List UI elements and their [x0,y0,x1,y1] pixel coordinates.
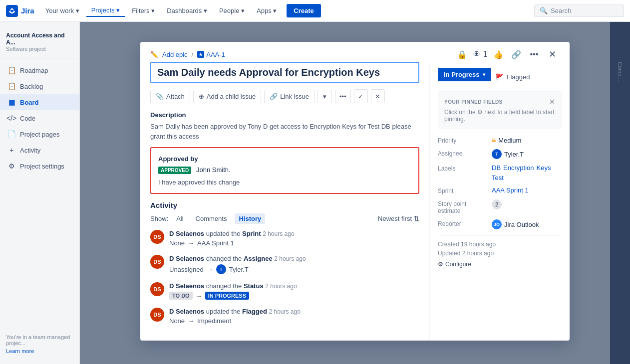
close-button[interactable]: ✕ [545,47,560,62]
filter-history-button[interactable]: History [235,213,265,224]
link-icon: 🔗 [270,93,278,100]
sidebar-label-backlog: Backlog [20,83,43,90]
add-child-issue-button[interactable]: ⊕ Add a child issue [193,90,261,103]
pinned-close-button[interactable]: ✕ [549,98,555,106]
activity-content-1: D Selaenos updated the Sprint 2 hours ag… [169,230,419,247]
sidebar-label-board: Board [20,99,39,106]
activity-avatar-1: DS [150,230,164,244]
sort-button[interactable]: Newest first ⇅ [378,215,419,222]
assignee-value[interactable]: T Tyler.T [492,149,562,159]
share-button[interactable]: 🔗 [509,47,524,62]
attach-icon: 📎 [156,93,164,100]
nav-your-work[interactable]: Your work ▾ [40,5,84,16]
top-navigation: Jira Your work ▾ Projects ▾ Filters ▾ Da… [0,0,630,22]
link-issue-button[interactable]: 🔗 Link issue [264,90,315,103]
nav-people[interactable]: People ▾ [214,5,250,16]
story-points-value[interactable]: 2 [492,199,562,209]
issue-title-input[interactable] [150,62,419,83]
search-box[interactable]: 🔍 Search [534,4,624,17]
reporter-value[interactable]: JO Jira Outlook [492,219,562,229]
footer-text: You're in a team-managed projec... [0,330,79,348]
assignee-field: Assignee T Tyler.T [438,149,562,159]
status-button[interactable]: In Progress ▾ [438,68,491,81]
toolbar-cancel-button[interactable]: ✕ [371,89,385,103]
more-button[interactable]: ••• [527,47,542,62]
toolbar-check-button[interactable]: ✓ [354,89,368,103]
breadcrumb: ✏️ Add epic / AAA-1 [150,51,225,58]
toolbar-more-button[interactable]: ••• [335,90,351,103]
configure-icon: ⚙ [438,261,443,268]
activity-item-sprint: DS D Selaenos updated the Sprint 2 hours… [150,230,419,247]
priority-value[interactable]: ≡ Medium [492,136,562,144]
breadcrumb-add-epic[interactable]: Add epic [162,51,188,58]
create-button[interactable]: Create [287,4,320,17]
project-subtitle: Software project [6,46,73,52]
sidebar-item-settings[interactable]: ⚙ Project settings [0,158,79,174]
story-points-label: Story point estimate [438,199,488,214]
labels-value[interactable]: DB Encryption Keys Test [492,164,562,182]
approved-name: John Smith. [196,166,231,174]
priority-icon: ≡ [492,136,496,144]
sidebar-item-code[interactable]: </> Code [0,110,79,126]
approved-badge: APPROVED [158,167,191,174]
backlog-icon: 📋 [7,82,16,91]
settings-icon: ⚙ [7,162,16,171]
filter-all-button[interactable]: All [172,213,187,224]
activity-avatar-4: DS [150,308,164,322]
label-encryption[interactable]: Encryption [503,164,534,172]
nav-dashboards[interactable]: Dashboards ▾ [162,5,212,16]
sprint-label: Sprint [438,186,488,194]
configure-button[interactable]: ⚙ Configure [438,261,471,268]
description-text: Sam Daily has been approved by Tony D ge… [150,122,419,141]
sidebar-item-board[interactable]: ▦ Board [0,94,79,110]
breadcrumb-issue-id[interactable]: AAA-1 [206,51,225,58]
created-info: Created 19 hours ago [438,241,562,248]
activity-meta-1: D Selaenos updated the Sprint 2 hours ag… [169,230,419,237]
toolbar-dropdown-button[interactable]: ▾ [317,90,332,103]
watch-button[interactable]: 👁 1 [473,47,488,62]
label-db[interactable]: DB [492,164,501,172]
attach-button[interactable]: 📎 Attach [150,90,190,103]
priority-field: Priority ≡ Medium [438,136,562,144]
sidebar-item-add[interactable]: + Activity [0,142,79,158]
activity-content-2: D Selaenos changed the Assignee 2 hours … [169,255,419,274]
logo[interactable]: Jira [6,5,34,17]
activity-detail-2: Unassigned → T Tyler.T [169,264,419,274]
label-keys[interactable]: Keys [536,164,551,172]
activity-meta-2: D Selaenos changed the Assignee 2 hours … [169,255,419,262]
label-test[interactable]: Test [492,174,504,182]
add-icon: + [7,146,16,155]
activity-title: Activity [150,201,419,209]
activity-item-flagged: DS D Selaenos updated the Flagged 2 hour… [150,308,419,325]
activity-content-4: D Selaenos updated the Flagged 2 hours a… [169,308,419,325]
modal-left-panel: 📎 Attach ⊕ Add a child issue 🔗 Link issu… [140,62,430,341]
modal-actions: 🔒 👁 1 👍 🔗 ••• ✕ [455,47,560,62]
filter-comments-button[interactable]: Comments [192,213,231,224]
sidebar-item-pages[interactable]: 📄 Project pages [0,126,79,142]
nav-filters[interactable]: Filters ▾ [127,5,160,16]
like-button[interactable]: 👍 [491,47,506,62]
nav-apps[interactable]: Apps ▾ [252,5,282,16]
status-chevron-icon: ▾ [483,72,485,77]
updated-info: Updated 2 hours ago [438,250,562,257]
modal-overlay[interactable]: ✏️ Add epic / AAA-1 🔒 👁 1 👍 [80,22,630,364]
labels-field: Labels DB Encryption Keys Test [438,164,562,182]
flagged-row: 🚩 Flagged [495,73,530,81]
lock-button[interactable]: 🔒 [455,47,470,62]
sort-icon: ⇅ [414,215,419,222]
approved-box: Approved by APPROVED John Smith. I have … [150,147,419,194]
sprint-value[interactable]: AAA Sprint 1 [492,186,562,194]
sidebar-item-roadmap[interactable]: 📋 Roadmap [0,62,79,78]
learn-more-link[interactable]: Learn more [0,348,79,358]
issue-modal: ✏️ Add epic / AAA-1 🔒 👁 1 👍 [140,42,570,341]
sprint-link[interactable]: AAA Sprint 1 [492,186,529,194]
status-label: In Progress [444,71,480,78]
approved-comment: I have approved this change [158,179,411,186]
sidebar-item-backlog[interactable]: 📋 Backlog [0,78,79,94]
nav-projects[interactable]: Projects ▾ [86,4,125,17]
search-placeholder: Search [551,7,571,14]
modal-right-panel: In Progress ▾ 🚩 Flagged YOUR PINNED [430,62,570,341]
sprint-field: Sprint AAA Sprint 1 [438,186,562,194]
activity-meta-3: D Selaenos changed the Status 2 hours ag… [169,282,419,290]
activity-filters: Show: All Comments History Newest first … [150,213,419,224]
